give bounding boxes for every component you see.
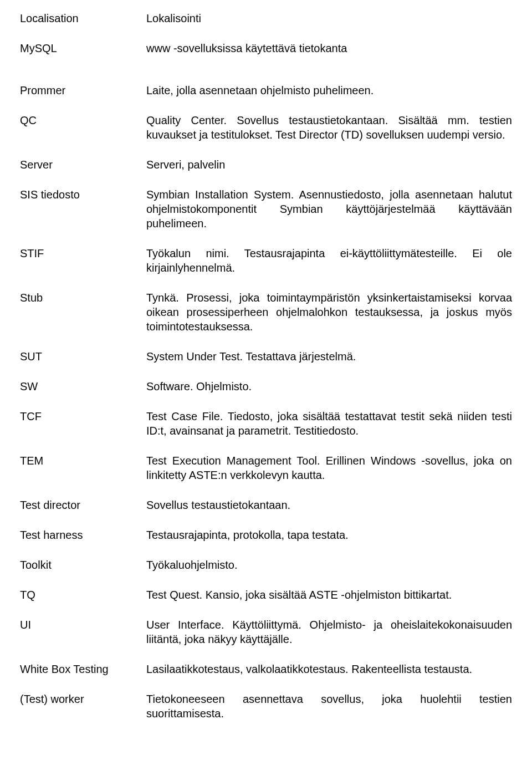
- glossary-term: Server: [20, 157, 146, 172]
- glossary-definition: Testausrajapinta, protokolla, tapa testa…: [146, 528, 512, 542]
- glossary-entry: TQTest Quest. Kansio, joka sisältää ASTE…: [20, 588, 512, 602]
- glossary-term: White Box Testing: [20, 662, 146, 676]
- glossary-entry: ServerServeri, palvelin: [20, 157, 512, 172]
- glossary-definition: www -sovelluksissa käytettävä tietokanta: [146, 41, 512, 55]
- glossary-entry: UIUser Interface. Käyttöliittymä. Ohjelm…: [20, 618, 512, 646]
- glossary-definition: Työkaluohjelmisto.: [146, 558, 512, 572]
- glossary-entry: White Box TestingLasilaatikkotestaus, va…: [20, 662, 512, 676]
- glossary-entry: StubTynkä. Prosessi, joka toimintaympäri…: [20, 290, 512, 334]
- glossary-definition: Serveri, palvelin: [146, 157, 512, 172]
- glossary-definition: Symbian Installation System. Asennustied…: [146, 187, 512, 231]
- glossary-term: TQ: [20, 588, 146, 602]
- glossary-term: QC: [20, 113, 146, 127]
- glossary-definition: Tynkä. Prosessi, joka toimintaympäristön…: [146, 290, 512, 334]
- glossary-term: Stub: [20, 290, 146, 305]
- glossary-term: SUT: [20, 349, 146, 364]
- glossary-definition: Test Execution Management Tool. Erilline…: [146, 453, 512, 482]
- glossary-definition: User Interface. Käyttöliittymä. Ohjelmis…: [146, 618, 512, 646]
- glossary-term: Test harness: [20, 528, 146, 542]
- glossary-definition: Software. Ohjelmisto.: [146, 379, 512, 394]
- glossary-term: STIF: [20, 246, 146, 261]
- glossary-definition: System Under Test. Testattava järjestelm…: [146, 349, 512, 364]
- glossary-term: Test director: [20, 498, 146, 512]
- glossary-definition: Tietokoneeseen asennettava sovellus, jok…: [146, 692, 512, 721]
- glossary-definition: Quality Center. Sovellus testaustietokan…: [146, 113, 512, 142]
- glossary-definition: Laite, jolla asennetaan ohjelmisto puhel…: [146, 83, 512, 98]
- glossary-definition: Lasilaatikkotestaus, valkolaatikkotestau…: [146, 662, 512, 676]
- glossary-term: (Test) worker: [20, 692, 146, 706]
- glossary-entry: QCQuality Center. Sovellus testaustietok…: [20, 113, 512, 142]
- glossary-term: TCF: [20, 409, 146, 424]
- glossary-entry: (Test) workerTietokoneeseen asennettava …: [20, 692, 512, 721]
- glossary-term: MySQL: [20, 41, 146, 55]
- glossary-list: LocalisationLokalisointiMySQLwww -sovell…: [20, 11, 512, 721]
- glossary-entry: PrommerLaite, jolla asennetaan ohjelmist…: [20, 83, 512, 98]
- glossary-term: UI: [20, 618, 146, 632]
- glossary-entry: ToolkitTyökaluohjelmisto.: [20, 558, 512, 572]
- glossary-entry: SUTSystem Under Test. Testattava järjest…: [20, 349, 512, 364]
- glossary-definition: Test Quest. Kansio, joka sisältää ASTE -…: [146, 588, 512, 602]
- glossary-entry: MySQLwww -sovelluksissa käytettävä tieto…: [20, 41, 512, 55]
- glossary-entry: TEMTest Execution Management Tool. Erill…: [20, 453, 512, 482]
- glossary-entry: SIS tiedostoSymbian Installation System.…: [20, 187, 512, 231]
- glossary-term: Toolkit: [20, 558, 146, 572]
- glossary-entry: LocalisationLokalisointi: [20, 11, 512, 25]
- glossary-definition: Test Case File. Tiedosto, joka sisältää …: [146, 409, 512, 438]
- glossary-entry: TCFTest Case File. Tiedosto, joka sisält…: [20, 409, 512, 438]
- glossary-entry: Test harnessTestausrajapinta, protokolla…: [20, 528, 512, 542]
- glossary-definition: Lokalisointi: [146, 11, 512, 25]
- glossary-definition: Työkalun nimi. Testausrajapinta ei-käytt…: [146, 246, 512, 275]
- glossary-term: SW: [20, 379, 146, 394]
- glossary-definition: Sovellus testaustietokantaan.: [146, 498, 512, 512]
- glossary-term: Prommer: [20, 83, 146, 98]
- glossary-term: Localisation: [20, 11, 146, 25]
- glossary-term: SIS tiedosto: [20, 187, 146, 202]
- glossary-entry: SWSoftware. Ohjelmisto.: [20, 379, 512, 394]
- glossary-term: TEM: [20, 453, 146, 468]
- glossary-entry: Test directorSovellus testaustietokantaa…: [20, 498, 512, 512]
- glossary-entry: STIFTyökalun nimi. Testausrajapinta ei-k…: [20, 246, 512, 275]
